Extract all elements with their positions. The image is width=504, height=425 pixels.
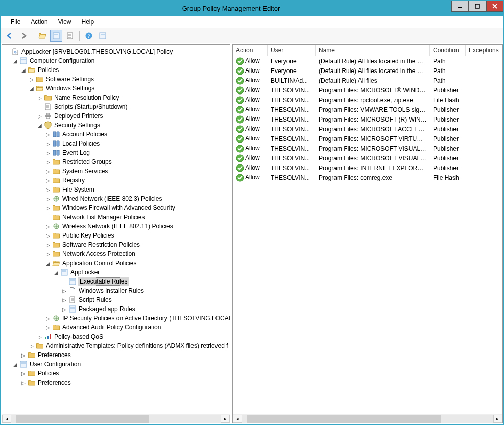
tree-policy-qos[interactable]: ▷Policy-based QoS [37,332,230,341]
window-minimize-button[interactable] [451,1,469,12]
cell-action: Allow [245,115,260,123]
tree-user-policies[interactable]: ▷Policies [20,369,230,378]
rule-row[interactable]: AllowTHESOLVIN...Program Files: MICROSOF… [233,114,502,124]
tree-packaged-rules[interactable]: ▷Packaged app Rules [61,304,230,314]
cell-action: Allow [245,106,260,113]
toolbar-up-button[interactable] [36,30,49,42]
tree-software-restriction[interactable]: ▷Software Restriction Policies [45,240,230,249]
column-exceptions[interactable]: Exceptions [466,45,502,56]
tree-software-settings[interactable]: ▷Software Settings [29,75,230,84]
cell-condition: Publisher [430,135,466,143]
tree-registry[interactable]: ▷Registry [45,176,230,185]
tree-policies[interactable]: ◢ Policies [20,65,230,75]
column-user[interactable]: User [268,45,316,56]
menu-help[interactable]: Help [77,17,100,27]
rule-row[interactable]: AllowEveryone(Default Rule) All files lo… [233,66,502,76]
rules-list[interactable]: AllowEveryone(Default Rule) All files lo… [233,56,502,414]
folder-icon [52,323,60,332]
details-pane: Action User Name Condition Exceptions Al… [232,44,503,423]
rule-row[interactable]: AllowTHESOLVIN...Program Files: VMWARE T… [233,105,502,114]
tree-applocker[interactable]: ◢AppLocker [53,268,230,277]
column-headers[interactable]: Action User Name Condition Exceptions [233,45,502,56]
toolbar-help-button[interactable] [83,30,95,42]
allow-icon [236,77,244,85]
tree-network-list[interactable]: Network List Manager Policies [45,212,230,222]
tree-computer-configuration[interactable]: ◢ Computer Configuration [12,56,230,65]
tree-restricted-groups[interactable]: ▷Restricted Groups [45,157,230,167]
rule-row[interactable]: AllowBUILTIN\Ad...(Default Rule) All fil… [233,76,502,85]
rule-row[interactable]: AllowTHESOLVIN...Program Files: MICROSOF… [233,85,502,95]
window-close-button[interactable] [486,1,503,12]
column-condition[interactable]: Condition [430,45,466,56]
tree-preferences[interactable]: ▷Preferences [20,350,230,360]
menu-view[interactable]: View [53,17,77,27]
tree-name-resolution[interactable]: ▷Name Resolution Policy [37,93,230,102]
cell-condition: Publisher [430,87,466,94]
cell-action: Allow [245,164,260,171]
toolbar-showhide-button[interactable] [50,30,62,42]
cell-condition: Publisher [430,126,466,133]
toolbar-forward-button[interactable] [17,30,30,42]
toolbar-export-button[interactable] [64,30,76,42]
tree-horizontal-scrollbar[interactable]: ◂▸ [2,414,230,423]
rules-icon [68,296,77,304]
tree-windows-settings[interactable]: ◢Windows Settings [29,84,230,93]
tree-deployed-printers[interactable]: ▷Deployed Printers [37,111,230,121]
tree-scripts[interactable]: Scripts (Startup/Shutdown) [37,102,230,111]
column-name[interactable]: Name [316,45,430,56]
rule-row[interactable]: AllowTHESOLVIN...Program Files: MICROSOF… [233,134,502,144]
tree-security-settings[interactable]: ◢Security Settings [37,121,230,130]
cell-condition: Path [430,77,466,84]
tree-nap[interactable]: ▷Network Access Protection [45,249,230,258]
tree-local-policies[interactable]: ▷Local Policies [45,139,230,148]
tree-advanced-audit[interactable]: ▷Advanced Audit Policy Configuration [45,323,230,332]
tree-account-policies[interactable]: ▷Account Policies [45,130,230,139]
tree-executable-rules[interactable]: Executable Rules [61,277,230,286]
policy-tree[interactable]: AppLocker [SRVBLOG01.THESOLVING.LOCAL] P… [4,47,230,387]
tree-public-key[interactable]: ▷Public Key Policies [45,231,230,240]
cell-user: THESOLVIN... [268,116,316,123]
shield-icon [44,121,52,129]
tree-wireless-network[interactable]: ▷Wireless Network (IEEE 802.11) Policies [45,222,230,231]
tree-application-control[interactable]: ◢Application Control Policies [45,258,230,268]
rule-row[interactable]: AllowTHESOLVIN...Program Files: MICROSOF… [233,153,502,163]
column-action[interactable]: Action [233,45,268,56]
tree-windows-firewall[interactable]: ▷Windows Firewall with Advanced Security [45,203,230,212]
menu-action[interactable]: Action [26,17,53,27]
list-horizontal-scrollbar[interactable]: ◂▸ [233,414,502,423]
tree-admin-templates[interactable]: ▷Administrative Templates: Policy defini… [29,341,230,350]
tree-msi-rules[interactable]: ▷Windows Installer Rules [61,286,230,295]
rule-row[interactable]: AllowTHESOLVIN...Program Files: rpctool.… [233,95,502,105]
rule-row[interactable]: AllowTHESOLVIN...Program Files: comreg.e… [233,173,502,182]
tree-file-system[interactable]: ▷File System [45,185,230,194]
rule-row[interactable]: AllowEveryone(Default Rule) All files lo… [233,56,502,66]
svg-rect-14 [458,7,462,8]
tree-event-log[interactable]: ▷Event Log [45,148,230,157]
cell-user: THESOLVIN... [268,174,316,181]
folder-icon [52,204,60,212]
tree-ipsec[interactable]: ▷IP Security Policies on Active Director… [45,314,230,323]
window-titlebar: Group Policy Management Editor [1,1,503,16]
rule-row[interactable]: AllowTHESOLVIN...Program Files: INTERNET… [233,163,502,173]
tree-wired-network[interactable]: ▷Wired Network (IEEE 802.3) Policies [45,194,230,203]
folder-icon [52,231,60,240]
tree-user-preferences[interactable]: ▷Preferences [20,378,230,387]
toolbar [1,28,503,43]
book-icon [52,130,60,138]
tree-root[interactable]: AppLocker [SRVBLOG01.THESOLVING.LOCAL] P… [4,47,230,56]
tree-system-services[interactable]: ▷System Services [45,167,230,176]
window-maximize-button[interactable] [469,1,486,12]
cell-user: THESOLVIN... [268,135,316,143]
toolbar-properties-button[interactable] [97,30,109,42]
menu-file[interactable]: File [6,17,26,27]
toolbar-back-button[interactable] [4,30,16,42]
cell-name: (Default Rule) All files located in the … [316,58,430,65]
tree-user-configuration[interactable]: ◢User Configuration [12,360,230,369]
rule-row[interactable]: AllowTHESOLVIN...Program Files: MICROSOF… [233,124,502,134]
cell-condition: Publisher [430,106,466,113]
cell-user: BUILTIN\Ad... [268,77,316,84]
folder-icon [52,167,60,175]
rules-icon [68,287,77,295]
tree-script-rules[interactable]: ▷Script Rules [61,295,230,304]
rule-row[interactable]: AllowTHESOLVIN...Program Files: MICROSOF… [233,144,502,153]
